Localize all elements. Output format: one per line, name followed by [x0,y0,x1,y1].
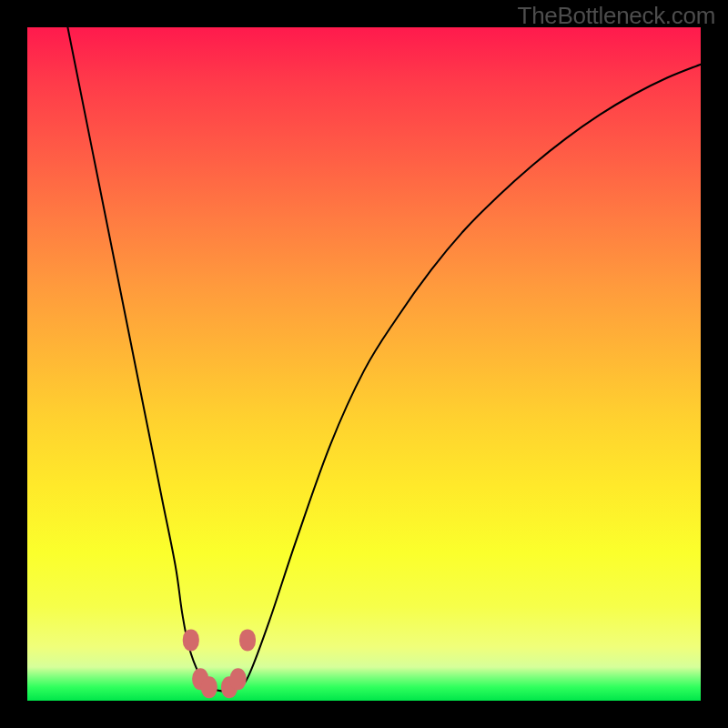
curve-marker [230,668,247,690]
watermark-text: TheBottleneck.com [518,2,715,30]
plot-area [27,27,701,701]
curve-layer [27,27,701,701]
curve-marker [201,676,217,698]
chart-frame: TheBottleneck.com [0,0,728,728]
curve-marker [183,629,199,651]
bottleneck-curve [67,27,701,691]
curve-marker [239,629,256,651]
